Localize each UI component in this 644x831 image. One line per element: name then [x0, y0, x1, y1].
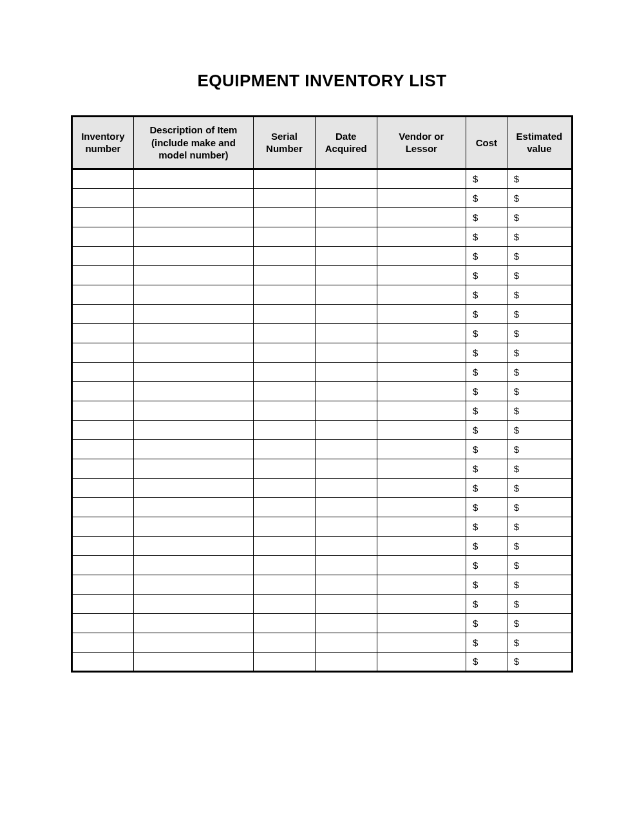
cell-cost: $ — [466, 246, 507, 265]
table-row: $$ — [72, 323, 573, 343]
cell-description — [133, 613, 253, 633]
cell-description — [133, 343, 253, 362]
table-row: $$ — [72, 459, 573, 478]
cell-cost: $ — [466, 265, 507, 285]
cell-inventory-number — [72, 613, 134, 633]
cell-serial-number — [254, 459, 316, 478]
cell-estimated-value: $ — [507, 536, 572, 555]
cell-inventory-number — [72, 555, 134, 575]
cell-inventory-number — [72, 439, 134, 459]
col-header-description: Description of Item (include make and mo… — [133, 117, 253, 169]
cell-estimated-value: $ — [507, 265, 572, 285]
cell-estimated-value: $ — [507, 497, 572, 517]
table-row: $$ — [72, 381, 573, 401]
cell-serial-number — [254, 304, 316, 323]
cell-vendor — [377, 169, 466, 188]
table-row: $$ — [72, 575, 573, 594]
cell-inventory-number — [72, 343, 134, 362]
cell-cost: $ — [466, 594, 507, 613]
table-row: $$ — [72, 401, 573, 420]
cell-estimated-value: $ — [507, 575, 572, 594]
cell-serial-number — [254, 285, 316, 304]
page-title: EQUIPMENT INVENTORY LIST — [71, 71, 573, 91]
cell-estimated-value: $ — [507, 613, 572, 633]
cell-description — [133, 362, 253, 381]
cell-description — [133, 555, 253, 575]
cell-estimated-value: $ — [507, 633, 572, 652]
cell-inventory-number — [72, 381, 134, 401]
cell-inventory-number — [72, 497, 134, 517]
cell-description — [133, 401, 253, 420]
cell-description — [133, 478, 253, 497]
cell-serial-number — [254, 497, 316, 517]
cell-serial-number — [254, 439, 316, 459]
cell-vendor — [377, 652, 466, 671]
cell-estimated-value: $ — [507, 459, 572, 478]
cell-date-acquired — [315, 227, 377, 246]
cell-cost: $ — [466, 459, 507, 478]
cell-description — [133, 439, 253, 459]
cell-date-acquired — [315, 478, 377, 497]
cell-estimated-value: $ — [507, 478, 572, 497]
cell-cost: $ — [466, 497, 507, 517]
table-row: $$ — [72, 478, 573, 497]
cell-vendor — [377, 304, 466, 323]
cell-cost: $ — [466, 613, 507, 633]
cell-inventory-number — [72, 362, 134, 381]
table-row: $$ — [72, 285, 573, 304]
cell-serial-number — [254, 575, 316, 594]
cell-estimated-value: $ — [507, 555, 572, 575]
cell-vendor — [377, 285, 466, 304]
cell-description — [133, 285, 253, 304]
cell-estimated-value: $ — [507, 362, 572, 381]
cell-serial-number — [254, 420, 316, 439]
cell-inventory-number — [72, 517, 134, 536]
cell-cost: $ — [466, 478, 507, 497]
table-row: $$ — [72, 439, 573, 459]
cell-estimated-value: $ — [507, 227, 572, 246]
cell-date-acquired — [315, 497, 377, 517]
cell-date-acquired — [315, 633, 377, 652]
cell-serial-number — [254, 652, 316, 671]
cell-vendor — [377, 555, 466, 575]
cell-description — [133, 246, 253, 265]
cell-serial-number — [254, 188, 316, 207]
cell-date-acquired — [315, 265, 377, 285]
cell-date-acquired — [315, 594, 377, 613]
cell-vendor — [377, 613, 466, 633]
col-header-serial-number: Serial Number — [254, 117, 316, 169]
cell-vendor — [377, 536, 466, 555]
cell-date-acquired — [315, 536, 377, 555]
cell-vendor — [377, 246, 466, 265]
cell-serial-number — [254, 613, 316, 633]
cell-description — [133, 323, 253, 343]
cell-cost: $ — [466, 633, 507, 652]
cell-inventory-number — [72, 188, 134, 207]
cell-date-acquired — [315, 188, 377, 207]
cell-inventory-number — [72, 401, 134, 420]
cell-description — [133, 381, 253, 401]
cell-cost: $ — [466, 536, 507, 555]
cell-vendor — [377, 265, 466, 285]
table-row: $$ — [72, 227, 573, 246]
cell-vendor — [377, 401, 466, 420]
cell-estimated-value: $ — [507, 285, 572, 304]
cell-description — [133, 188, 253, 207]
cell-serial-number — [254, 381, 316, 401]
cell-date-acquired — [315, 381, 377, 401]
cell-date-acquired — [315, 362, 377, 381]
inventory-table: Inventory number Description of Item (in… — [71, 115, 573, 673]
cell-cost: $ — [466, 420, 507, 439]
cell-serial-number — [254, 536, 316, 555]
cell-serial-number — [254, 169, 316, 188]
cell-date-acquired — [315, 323, 377, 343]
cell-cost: $ — [466, 401, 507, 420]
cell-description — [133, 517, 253, 536]
table-row: $$ — [72, 555, 573, 575]
table-row: $$ — [72, 265, 573, 285]
table-body: $$$$$$$$$$$$$$$$$$$$$$$$$$$$$$$$$$$$$$$$… — [72, 169, 573, 671]
cell-date-acquired — [315, 613, 377, 633]
cell-serial-number — [254, 227, 316, 246]
cell-description — [133, 227, 253, 246]
cell-cost: $ — [466, 227, 507, 246]
